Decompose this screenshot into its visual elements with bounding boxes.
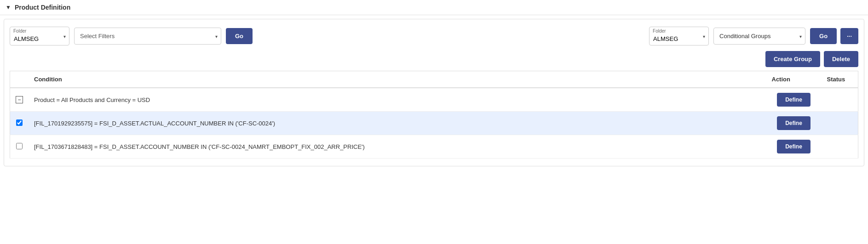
product-definition-header: ▼ Product Definition (0, 0, 868, 15)
folder-select-right[interactable]: ALMSEG (649, 27, 709, 45)
action-cell-group[interactable]: Define (766, 88, 822, 112)
condition-cell-2: [FIL_1703671828483] = FSI_D_ASSET.ACCOUN… (29, 135, 766, 159)
right-go-area: Go ··· (810, 28, 858, 44)
action-cell-2[interactable]: Define (766, 135, 822, 159)
conditional-groups-dropdown[interactable]: Conditional Groups ▾ (713, 28, 805, 45)
status-cell-1 (822, 112, 858, 135)
table-row: [FIL_1703671828483] = FSI_D_ASSET.ACCOUN… (10, 135, 858, 159)
condition-text-group: Product = All Products and Currency = US… (34, 96, 150, 103)
go-button-left[interactable]: Go (226, 28, 253, 44)
col-header-action: Action (766, 71, 822, 88)
conditional-groups-select[interactable]: Conditional Groups (713, 28, 805, 45)
action-buttons-row: Create Group Delete (10, 51, 858, 67)
create-group-button[interactable]: Create Group (765, 51, 820, 67)
more-options-button[interactable]: ··· (840, 28, 858, 44)
col-header-status: Status (822, 71, 858, 88)
folder-dropdown-right[interactable]: Folder ALMSEG ▾ (649, 27, 709, 45)
toolbar: Folder ALMSEG ▾ Select Filters ▾ Go Fold… (10, 27, 858, 45)
status-cell-group (822, 88, 858, 112)
collapse-icon[interactable]: ▼ (6, 4, 11, 11)
table-row: − Product = All Products and Currency = … (10, 88, 858, 112)
col-header-condition: Condition (29, 71, 766, 88)
define-button-group[interactable]: Define (777, 93, 811, 107)
define-button-2[interactable]: Define (777, 140, 811, 153)
minus-icon[interactable]: − (16, 96, 23, 103)
conditions-table: Condition Action Status − Product = All … (10, 71, 858, 159)
checkbox-cell-2[interactable] (10, 135, 29, 159)
go-button-right[interactable]: Go (810, 28, 837, 44)
action-cell-1[interactable]: Define (766, 112, 822, 135)
checkbox-2[interactable] (16, 143, 23, 149)
condition-text-1: [FIL_1701929235575] = FSI_D_ASSET.ACTUAL… (34, 120, 275, 127)
checkbox-1[interactable] (16, 119, 23, 126)
folder-select-left[interactable]: ALMSEG (10, 27, 69, 45)
table-row: [FIL_1701929235575] = FSI_D_ASSET.ACTUAL… (10, 112, 858, 135)
main-container: Folder ALMSEG ▾ Select Filters ▾ Go Fold… (4, 19, 864, 166)
define-button-1[interactable]: Define (777, 116, 811, 130)
condition-cell-1: [FIL_1701929235575] = FSI_D_ASSET.ACTUAL… (29, 112, 766, 135)
checkbox-cell-1[interactable] (10, 112, 29, 135)
folder-dropdown-left[interactable]: Folder ALMSEG ▾ (10, 27, 69, 45)
toolbar-right: Folder ALMSEG ▾ Conditional Groups ▾ Go … (649, 27, 858, 45)
checkbox-cell-group[interactable]: − (10, 88, 29, 112)
condition-text-2: [FIL_1703671828483] = FSI_D_ASSET.ACCOUN… (34, 143, 365, 150)
delete-button[interactable]: Delete (824, 51, 858, 67)
filter-select[interactable]: Select Filters (74, 28, 221, 45)
filter-dropdown[interactable]: Select Filters ▾ (74, 28, 221, 45)
condition-cell-group: Product = All Products and Currency = US… (29, 88, 766, 112)
col-header-checkbox (10, 71, 29, 88)
page-title: Product Definition (15, 4, 70, 11)
toolbar-left: Folder ALMSEG ▾ Select Filters ▾ Go (10, 27, 253, 45)
status-cell-2 (822, 135, 858, 159)
